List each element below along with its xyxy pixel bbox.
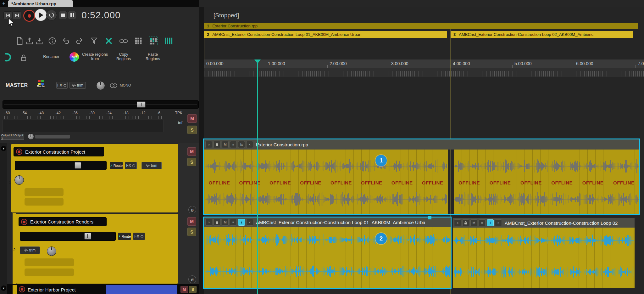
track-1-slot[interactable] (25, 188, 64, 196)
mono-icon[interactable] (109, 83, 118, 88)
item-notes-icon[interactable]: ≡ (230, 219, 237, 226)
region-1[interactable]: 1 Exterior Construction.rpp (204, 23, 638, 29)
item-close-icon[interactable]: × (246, 141, 253, 148)
master-solo-button[interactable]: S (187, 126, 197, 134)
new-project-icon[interactable] (14, 36, 25, 46)
create-regions-button[interactable]: Create regions from (81, 52, 108, 61)
collapse-tracks-button-2[interactable]: ▼ (1, 286, 6, 291)
stretch-marker[interactable] (428, 216, 431, 219)
item-1-body[interactable]: OFFLINEOFFLINEOFFLINEOFFLINEOFFLINEOFFLI… (204, 150, 448, 215)
track-1-fader-handle[interactable] (75, 162, 81, 169)
item-loop-icon[interactable]: ○ (205, 219, 212, 226)
track-2-trim-button[interactable]: trim (20, 246, 40, 254)
master-route-button[interactable]: Route (36, 80, 46, 90)
output-selector[interactable]: Output 1 / Output 2 (1, 134, 24, 140)
marquee-grid-icon[interactable] (148, 36, 158, 46)
item-close-icon[interactable]: × (495, 219, 502, 226)
track-2-name[interactable]: Exterior Construction Renders (19, 217, 107, 226)
master-trim-button[interactable]: trim (69, 82, 86, 89)
track-1-mute-button[interactable]: M (187, 147, 196, 156)
track-2-fader[interactable] (20, 232, 116, 241)
item-loop-icon[interactable]: ○ (205, 141, 212, 148)
save-project-icon[interactable] (34, 36, 45, 46)
item-3-header[interactable]: ○ M ≡ i × AMBCnst_Exterior Construction-… (453, 218, 635, 228)
output-knob[interactable] (28, 133, 34, 140)
open-project-icon[interactable] (24, 36, 35, 46)
panel-splitter[interactable] (199, 7, 204, 294)
track-3-selection[interactable] (106, 285, 177, 294)
renamer-button[interactable]: Renamer (37, 54, 65, 59)
remove-marker-icon[interactable] (103, 36, 114, 46)
master-pan-knob[interactable] (96, 81, 105, 90)
track-2-fx-button[interactable]: FX (133, 233, 145, 240)
master-fader[interactable] (3, 100, 199, 109)
master-fx-button[interactable]: FX (56, 82, 68, 89)
track-1-trim-button[interactable]: trim (142, 162, 162, 169)
pause-button[interactable] (68, 11, 76, 19)
track-1-slot-2[interactable] (25, 198, 64, 206)
track-2-pan-knob[interactable] (47, 246, 56, 256)
track-3-mute-button[interactable]: M (180, 286, 188, 293)
repeat-button[interactable] (46, 10, 57, 20)
funnel-icon[interactable] (89, 36, 99, 46)
grid-icon[interactable] (133, 36, 144, 46)
track-3-record-arm-button[interactable] (19, 286, 25, 292)
track-3-name[interactable]: Exterior Harbor Project (28, 287, 76, 292)
tick-strip[interactable] (204, 68, 644, 77)
play-button[interactable] (35, 9, 47, 21)
track-2-slot-2[interactable] (25, 269, 74, 276)
track-2-slot[interactable] (25, 258, 74, 266)
time-display[interactable]: 0:52.000 (81, 10, 121, 20)
lock-icon[interactable] (18, 53, 29, 63)
item-fx-icon[interactable]: fx (238, 141, 245, 148)
track-2-route-button[interactable]: Route (118, 233, 131, 240)
track-1-phase-button[interactable]: ø (188, 206, 196, 214)
new-tab-button[interactable]: + (1, 0, 7, 7)
collapse-tracks-button[interactable]: ▼ (1, 146, 6, 151)
region-3[interactable]: 3 AMBCnst_Exterior Construction-Construc… (451, 31, 633, 38)
item-lock-icon[interactable] (462, 219, 469, 226)
cycle-icon[interactable] (3, 52, 14, 63)
record-arm-button[interactable] (21, 219, 27, 225)
copy-regions-button[interactable]: Copy Regions (114, 52, 134, 61)
sws-icon[interactable]: SWS (69, 52, 79, 62)
item-2-body[interactable] (204, 227, 451, 288)
record-button[interactable] (23, 10, 35, 22)
item-3-body[interactable] (453, 228, 635, 288)
bars-grid-icon[interactable] (163, 36, 174, 46)
track-2-mute-button[interactable]: M (187, 217, 196, 226)
item-1-body-2[interactable]: OFFLINEOFFLINEOFFLINEOFFLINEOFFLINEOFFLI… (454, 150, 639, 215)
project-tab[interactable]: *Ambiance Urban.rpp (8, 0, 73, 7)
paste-regions-button[interactable]: Paste Regions (143, 52, 163, 61)
item-lock-icon[interactable] (214, 219, 220, 226)
item-close-icon[interactable]: × (246, 219, 253, 226)
undo-icon[interactable] (60, 36, 71, 46)
track-2-phase-button[interactable]: ø (188, 275, 196, 283)
item-notes-icon[interactable]: ≡ (230, 141, 237, 148)
region-2[interactable]: 2 AMBCnst_Exterior Construction-Construc… (204, 31, 447, 38)
stop-button[interactable] (59, 11, 67, 19)
timeline-ruler[interactable]: 0:00.000 1:00.000 2:00.000 3:00.000 4:00… (204, 59, 644, 68)
item-mute-icon[interactable]: M (222, 219, 229, 226)
item-1-header[interactable]: ○ M ≡ fx × Exterior Construction.rpp (204, 139, 639, 150)
item-lock-icon[interactable] (214, 141, 220, 148)
item-notes-icon[interactable]: ≡ (479, 219, 486, 226)
redo-icon[interactable] (74, 36, 85, 46)
link-icon[interactable] (118, 36, 129, 46)
track-1-fader[interactable] (15, 161, 107, 170)
track-3-solo-button[interactable]: S (189, 286, 197, 293)
track-1-solo-button[interactable]: S (187, 158, 196, 166)
info-icon[interactable] (47, 36, 58, 46)
track-1-pan-knob[interactable] (14, 175, 24, 185)
item-2-header[interactable]: ○ M ≡ i × AMBCnst_Exterior Construction-… (204, 218, 451, 227)
item-loop-icon[interactable]: ○ (454, 219, 461, 226)
track-1-fx-button[interactable]: FX (125, 162, 137, 169)
master-mute-button[interactable]: M (187, 114, 197, 123)
master-fader-handle[interactable] (137, 101, 146, 108)
track-1-name[interactable]: Exterior Construction Project (14, 147, 104, 156)
track-1-route-button[interactable]: Route (110, 162, 123, 169)
track-2-solo-button[interactable]: S (187, 228, 196, 236)
track-2-fader-handle[interactable] (84, 233, 91, 240)
item-mute-icon[interactable]: M (470, 219, 477, 226)
item-info-icon[interactable]: i (487, 219, 494, 226)
